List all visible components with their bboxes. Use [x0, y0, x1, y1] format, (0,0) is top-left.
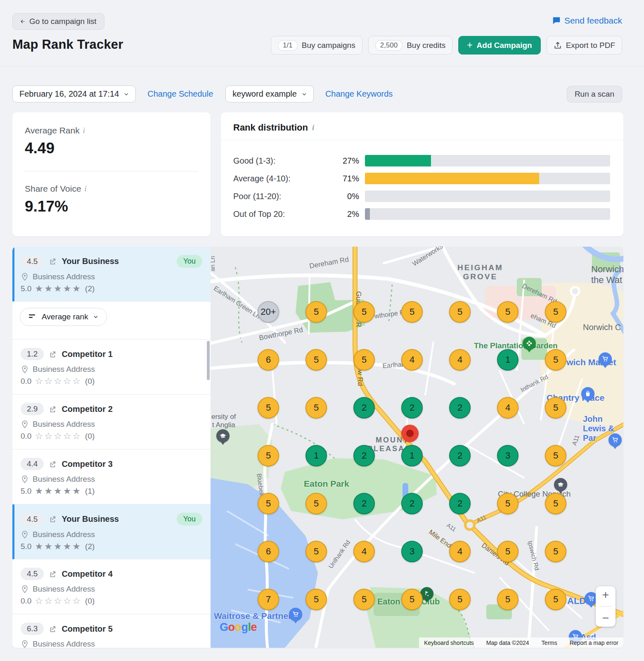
run-a-scan-button[interactable]: Run a scan — [567, 86, 622, 102]
rank-bubble[interactable]: 7 — [258, 589, 279, 610]
rank-bubble[interactable]: 5 — [449, 589, 471, 610]
list-item-your-business[interactable]: 4.5Your BusinessYouBusiness Address5.0★★… — [12, 504, 211, 559]
info-icon[interactable]: i — [83, 126, 85, 135]
list-item-competitor[interactable]: 4.5Competitor 4Business Address0.0☆☆☆☆☆(… — [12, 559, 211, 614]
rank-bubble[interactable]: 5 — [258, 493, 279, 514]
sidebar-scrollbar[interactable] — [207, 341, 210, 380]
business-name: Competitor 3 — [62, 459, 112, 469]
list-item-competitor[interactable]: 2.9Competitor 2Business Address0.0☆☆☆☆☆(… — [12, 395, 211, 449]
rank-bubble[interactable]: 6 — [258, 349, 279, 371]
rank-bubble[interactable]: 5 — [545, 493, 566, 514]
rank-bubble[interactable]: 5 — [258, 397, 279, 418]
change-schedule-link[interactable]: Change Schedule — [147, 89, 213, 99]
star-filled-icon: ★ — [54, 283, 63, 294]
rank-bubble[interactable]: 5 — [305, 493, 327, 514]
rank-bubble[interactable]: 5 — [497, 541, 519, 562]
list-item-competitor[interactable]: 1.2Competitor 1Business Address0.0☆☆☆☆☆(… — [12, 340, 211, 395]
rank-bubble[interactable]: 5 — [545, 349, 566, 371]
cart-map-pin-icon[interactable] — [289, 608, 302, 621]
list-item-competitor[interactable]: 6.3Competitor 5Business Address0.0☆☆☆☆☆(… — [12, 614, 211, 648]
buy-campaigns-button[interactable]: 1/1 Buy campaigns — [271, 36, 362, 55]
cap-map-pin-icon[interactable] — [216, 429, 230, 442]
zoom-in-button[interactable]: + — [602, 589, 609, 601]
rank-bubble[interactable]: 5 — [545, 589, 566, 610]
rank-bubble[interactable]: 20+ — [258, 301, 279, 323]
rank-bubble[interactable]: 5 — [353, 589, 375, 610]
rank-bubble[interactable]: 2 — [353, 493, 375, 514]
rank-bubble[interactable]: 1 — [497, 349, 519, 371]
rank-bubble[interactable]: 2 — [449, 493, 471, 514]
rank-bubble[interactable]: 3 — [401, 541, 423, 562]
keyword-select[interactable]: keyword example — [225, 86, 314, 102]
chevron-down-icon — [93, 314, 98, 319]
map-attribution-link[interactable]: Keyboard shortcuts — [424, 640, 474, 646]
back-to-campaign-list-button[interactable]: Go to campaign list — [12, 13, 104, 30]
rank-bubble[interactable]: 4 — [353, 541, 375, 562]
review-count: (2) — [85, 542, 95, 551]
rank-bubble[interactable]: 5 — [497, 589, 519, 610]
rank-bubble[interactable]: 5 — [497, 493, 519, 514]
rank-bubble[interactable]: 6 — [258, 541, 279, 562]
rank-bubble[interactable]: 5 — [497, 301, 519, 323]
rank-bubble[interactable]: 5 — [545, 445, 566, 466]
change-keywords-link[interactable]: Change Keywords — [325, 89, 393, 99]
cap-map-pin-icon[interactable] — [554, 478, 567, 491]
info-icon[interactable]: i — [85, 184, 87, 193]
rank-bubble[interactable]: 5 — [545, 397, 566, 418]
export-to-pdf-button[interactable]: Export to PDF — [547, 36, 622, 55]
review-count: (1) — [85, 487, 95, 496]
rank-bubble[interactable]: 4 — [449, 541, 471, 562]
star-empty-icon: ☆ — [44, 596, 54, 606]
page-title: Map Rank Tracker — [12, 37, 123, 52]
bag-map-pin-icon[interactable] — [581, 387, 594, 400]
rank-bubble[interactable]: 3 — [497, 445, 519, 466]
business-list-sidebar: 4.5Your BusinessYouBusiness Address5.0★★… — [12, 247, 211, 648]
rank-bubble[interactable]: 5 — [353, 301, 375, 323]
rank-bubble[interactable]: 2 — [449, 397, 471, 418]
header-actions: 1/1 Buy campaigns 2,500 Buy credits + Ad… — [271, 36, 622, 55]
rank-bubble[interactable]: 5 — [545, 541, 566, 562]
rank-bubble[interactable]: 5 — [401, 589, 423, 610]
flower-map-pin-icon[interactable] — [523, 337, 536, 350]
rank-bubble[interactable]: 2 — [401, 493, 423, 514]
zoom-out-button[interactable]: − — [602, 612, 609, 624]
rank-bubble[interactable]: 4 — [497, 397, 519, 418]
rank-bubble[interactable]: 5 — [305, 349, 327, 371]
rank-bubble[interactable]: 4 — [401, 349, 423, 371]
map-attribution-link[interactable]: Report a map error — [570, 640, 618, 646]
google-logo-letter: o — [235, 621, 242, 633]
map-attribution-link[interactable]: Terms — [542, 640, 557, 646]
rank-bubble[interactable]: 2 — [353, 397, 375, 418]
send-feedback-link[interactable]: Send feedback — [552, 16, 622, 26]
back-button-label: Go to campaign list — [29, 17, 97, 26]
rank-bubble[interactable]: 5 — [305, 589, 327, 610]
star-rating: ☆☆☆☆☆ — [35, 432, 82, 441]
scan-date-select[interactable]: February 16, 2024 at 17:14 — [12, 86, 136, 102]
your-business-map-marker[interactable] — [401, 425, 419, 442]
add-campaign-button[interactable]: + Add Campaign — [458, 36, 541, 55]
cart-map-pin-icon[interactable] — [599, 352, 612, 366]
rank-bubble[interactable]: 5 — [305, 541, 327, 562]
sort-by-dropdown[interactable]: Average rank — [20, 308, 107, 326]
info-icon[interactable]: i — [312, 123, 314, 132]
rank-map[interactable]: an LnDereham RdWaterworks RdDereham RdHE… — [211, 247, 623, 648]
rank-bubble[interactable]: 2 — [401, 397, 423, 418]
rank-bubble[interactable]: 5 — [545, 301, 566, 323]
rank-bubble[interactable]: 5 — [401, 301, 423, 323]
list-item-competitor[interactable]: 4.4Competitor 3Business Address5.0★★★★★(… — [12, 449, 211, 504]
rank-bubble[interactable]: 5 — [353, 349, 375, 371]
rank-bubble[interactable]: 1 — [401, 445, 423, 466]
rank-bubble[interactable]: 5 — [305, 397, 327, 418]
buy-credits-button[interactable]: 2,500 Buy credits — [368, 36, 453, 55]
rank-bubble[interactable]: 2 — [449, 445, 471, 466]
main-content: 4.5Your BusinessYouBusiness Address5.0★★… — [12, 247, 623, 648]
rank-bubble[interactable]: 4 — [449, 349, 471, 371]
cart-map-pin-icon[interactable] — [608, 433, 622, 447]
rank-bubble[interactable]: 5 — [449, 301, 471, 323]
rank-bubble[interactable]: 1 — [305, 445, 327, 466]
list-item-your-business[interactable]: 4.5Your BusinessYouBusiness Address5.0★★… — [12, 247, 211, 302]
rank-bubble[interactable]: 5 — [305, 301, 327, 323]
rank-bubble[interactable]: 2 — [353, 445, 375, 466]
metrics-card: Average Rank i 4.49 Share of Voice i 9.1… — [12, 112, 211, 236]
rank-bubble[interactable]: 5 — [258, 445, 279, 466]
